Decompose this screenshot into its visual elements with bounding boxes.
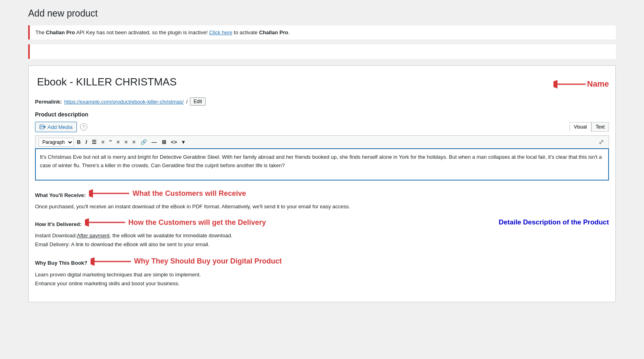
how-delivered-arrow-icon bbox=[85, 218, 125, 227]
visual-tab[interactable]: Visual bbox=[570, 122, 591, 132]
align-left-button[interactable]: ≡ bbox=[115, 138, 122, 146]
description-content: What You'll Receive: What the Customers … bbox=[35, 181, 609, 295]
product-form: Name Permalink: https://example.com/prod… bbox=[28, 65, 616, 302]
more-button[interactable]: — bbox=[150, 138, 159, 146]
media-icon bbox=[39, 124, 46, 130]
arrow-left-red-icon bbox=[553, 79, 586, 90]
how-delivered-body: Instant Download:After payment, the eBoo… bbox=[35, 231, 609, 249]
red-border-bar bbox=[28, 44, 616, 59]
why-buy-line1: Learn proven digital marketing technique… bbox=[35, 270, 609, 279]
what-receive-body: Once purchased, you'll receive an instan… bbox=[35, 202, 609, 211]
visual-text-tabs: Visual Text bbox=[570, 122, 609, 132]
name-arrow: Name bbox=[553, 79, 609, 90]
how-delivered-label: How It's Delivered: bbox=[35, 220, 82, 229]
bold-button[interactable]: B bbox=[75, 138, 82, 146]
permalink-label: Permalink: bbox=[35, 99, 62, 105]
how-delivered-annotation-block: How It's Delivered: How the Customers wi… bbox=[35, 214, 609, 230]
what-receive-label: What You'll Receive: bbox=[35, 191, 86, 200]
help-icon[interactable]: ? bbox=[80, 123, 87, 131]
page-wrapper: Add new product The Challan Pro API Key … bbox=[20, 0, 624, 310]
instant-download-line: Instant Download:After payment, the eBoo… bbox=[35, 231, 609, 240]
page-title: Add new product bbox=[28, 8, 616, 19]
why-buy-body: Learn proven digital marketing technique… bbox=[35, 270, 609, 288]
instant-download-label: Instant Download: bbox=[35, 232, 77, 239]
editor-toolbar-top: Add Media ? Visual Text bbox=[35, 122, 609, 132]
name-annotation-label: Name bbox=[587, 79, 609, 89]
add-media-button[interactable]: Add Media bbox=[35, 122, 77, 132]
notice-bold2: Challan Pro bbox=[259, 29, 288, 35]
why-buy-label: Why Buy This Book? bbox=[35, 259, 87, 268]
instant-download-rest: , the eBook will be available for immedi… bbox=[109, 232, 233, 239]
expand-button[interactable]: ⤢ bbox=[597, 137, 605, 147]
permalink-slash: / bbox=[186, 99, 188, 105]
blockquote-button[interactable]: " bbox=[108, 138, 114, 146]
permalink-url[interactable]: https://example.com/product/ebook-killer… bbox=[64, 99, 184, 105]
more-options-button[interactable]: ▾ bbox=[180, 138, 186, 146]
italic-button[interactable]: I bbox=[84, 138, 89, 146]
intro-text: It's Christmas Eve but not all is merry … bbox=[40, 154, 602, 168]
paragraph-select[interactable]: Paragraph bbox=[39, 138, 74, 147]
notice-bold1: Challan Pro bbox=[46, 29, 75, 35]
why-buy-annotation: Why They Should Buy your Digital Product bbox=[134, 255, 282, 268]
table-button[interactable]: ⊞ bbox=[160, 138, 168, 146]
why-buy-arrow-icon bbox=[91, 257, 131, 266]
email-delivery-line: Email Delivery: A link to download the e… bbox=[35, 240, 609, 249]
add-media-label: Add Media bbox=[47, 124, 72, 130]
link-button[interactable]: 🔗 bbox=[139, 138, 149, 146]
why-buy-annotation-block: Why Buy This Book? Why They Should Buy y… bbox=[35, 253, 609, 269]
what-receive-annotation-block: What You'll Receive: What the Customers … bbox=[35, 185, 609, 201]
notice-bar: The Challan Pro API Key has not been act… bbox=[28, 25, 616, 39]
permalink-edit-button[interactable]: Edit bbox=[190, 98, 206, 106]
text-tab[interactable]: Text bbox=[591, 122, 609, 132]
product-description-title: Product description bbox=[35, 111, 609, 118]
editor-content[interactable]: It's Christmas Eve but not all is merry … bbox=[35, 148, 609, 181]
code-button[interactable]: <> bbox=[169, 138, 179, 146]
what-receive-annotation: What the Customers will Receive bbox=[132, 187, 246, 200]
after-payment-link: After payment bbox=[77, 232, 109, 239]
notice-text: The Challan Pro API Key has not been act… bbox=[35, 29, 290, 35]
why-buy-line2: Enhance your online marketing skills and… bbox=[35, 279, 609, 288]
what-receive-arrow-icon bbox=[89, 189, 129, 198]
product-name-input[interactable] bbox=[35, 72, 549, 92]
detailed-desc-annotation: Detaile Description of the Product bbox=[499, 218, 609, 227]
editor-format-bar: Paragraph B I ☰ ≡ " ≡ ≡ ≡ 🔗 — ⊞ <> ▾ ⤢ bbox=[35, 135, 609, 148]
align-right-button[interactable]: ≡ bbox=[131, 138, 137, 146]
align-center-button[interactable]: ≡ bbox=[123, 138, 129, 146]
ul-button[interactable]: ☰ bbox=[90, 138, 98, 146]
notice-link[interactable]: Click here bbox=[209, 29, 232, 35]
product-description-section: Product description Add Media ? bbox=[35, 111, 609, 295]
permalink-row: Permalink: https://example.com/product/e… bbox=[35, 98, 609, 106]
how-delivered-annotation: How the Customers will get the Delivery bbox=[128, 216, 266, 229]
ol-button[interactable]: ≡ bbox=[100, 138, 106, 146]
